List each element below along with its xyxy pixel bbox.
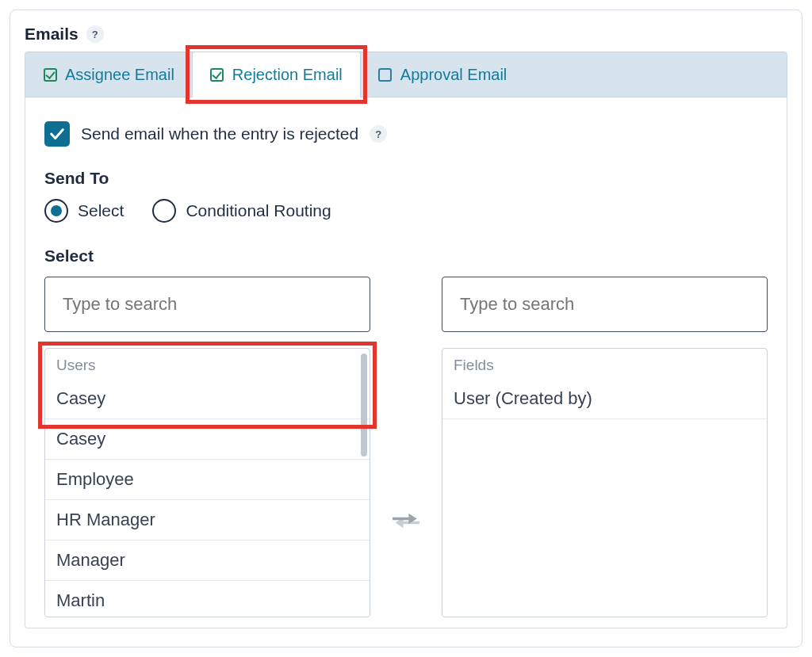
tab-label: Assignee Email	[65, 66, 174, 84]
tab-approval-email[interactable]: Approval Email	[361, 52, 525, 97]
tab-assignee-email[interactable]: Assignee Email	[25, 52, 193, 97]
select-title: Select	[44, 246, 768, 265]
list-item[interactable]: Employee	[45, 460, 370, 500]
group-header: Users	[45, 349, 370, 379]
radio-icon	[152, 199, 176, 223]
radio-icon	[44, 199, 68, 223]
tab-content: Send email when the entry is rejected ? …	[25, 97, 787, 628]
selected-list: Fields User (Created by)	[442, 348, 768, 617]
checked-icon	[210, 68, 224, 82]
list-item[interactable]: Martin	[45, 581, 370, 617]
list-item[interactable]: HR Manager	[45, 500, 370, 540]
radio-select[interactable]: Select	[44, 199, 124, 223]
send-email-checkbox[interactable]	[44, 121, 70, 147]
radio-label: Conditional Routing	[186, 201, 331, 220]
tab-label: Approval Email	[400, 66, 508, 84]
search-available-input[interactable]	[44, 277, 370, 332]
unchecked-icon	[378, 67, 393, 82]
checked-icon	[43, 67, 57, 82]
emails-header: Emails ?	[10, 10, 802, 52]
radio-conditional-routing[interactable]: Conditional Routing	[152, 199, 331, 223]
send-email-toggle-row: Send email when the entry is rejected ?	[44, 121, 768, 147]
list-item[interactable]: Casey	[45, 379, 370, 419]
send-to-radio-group: Select Conditional Routing	[44, 199, 768, 223]
available-list-scroll[interactable]: Users CaseyCaseyEmployeeHR ManagerManage…	[45, 349, 370, 617]
available-col: Users CaseyCaseyEmployeeHR ManagerManage…	[44, 277, 370, 617]
group-header: Fields	[442, 349, 767, 379]
section-title: Emails	[25, 25, 79, 44]
send-to-title: Send To	[44, 169, 768, 188]
list-item[interactable]: Casey	[45, 419, 370, 460]
tab-rejection-email[interactable]: Rejection Email	[192, 52, 361, 97]
tab-label: Rejection Email	[232, 66, 343, 84]
scrollbar[interactable]	[361, 353, 367, 456]
selected-col: Fields User (Created by)	[442, 277, 768, 617]
radio-label: Select	[78, 201, 124, 220]
help-icon[interactable]: ?	[86, 25, 104, 43]
selected-list-scroll[interactable]: Fields User (Created by)	[442, 349, 767, 617]
emails-panel: Emails ? Assignee Email Rejection Email …	[10, 10, 802, 647]
tabs-bar: Assignee Email Rejection Email Approval …	[25, 52, 787, 97]
available-list: Users CaseyCaseyEmployeeHR ManagerManage…	[44, 348, 370, 617]
list-item[interactable]: Manager	[45, 540, 370, 581]
search-selected-input[interactable]	[442, 277, 768, 332]
swap-arrows-icon	[393, 510, 419, 534]
dual-list-selector: Users CaseyCaseyEmployeeHR ManagerManage…	[44, 277, 768, 617]
send-email-label: Send email when the entry is rejected	[81, 124, 358, 143]
tabs-container: Assignee Email Rejection Email Approval …	[10, 52, 802, 97]
help-icon[interactable]: ?	[370, 125, 387, 143]
list-item[interactable]: User (Created by)	[442, 379, 767, 419]
